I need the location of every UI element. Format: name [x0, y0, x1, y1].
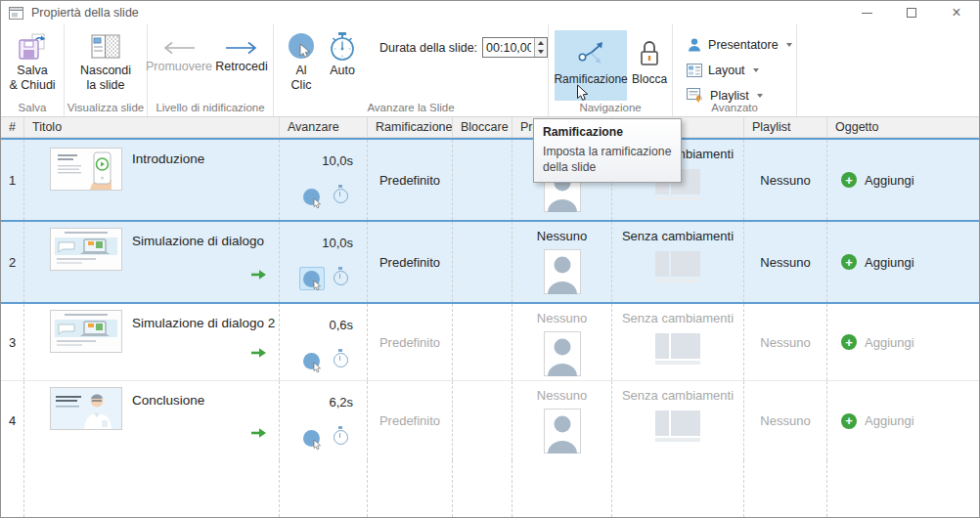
table-row[interactable]: 3 Simulazione di dialogo 2 0,6s Predefin… [1, 304, 979, 381]
ribbon-group-view: Nascondi la slide Visualizza slide [65, 24, 148, 116]
advance-mode-icons [280, 185, 367, 208]
slide-duration-field: Durata della slide: [379, 37, 548, 58]
spin-down-button[interactable] [535, 48, 547, 58]
save-close-button[interactable]: Salva & Chiudi [9, 30, 55, 93]
advance-time: 10,0s [322, 236, 353, 250]
save-close-label-2: & Chiudi [9, 78, 55, 93]
layout-value: Senza cambiamenti [622, 311, 734, 325]
layout-placeholder-icon[interactable] [655, 251, 700, 282]
slide-thumbnail[interactable] [50, 387, 122, 430]
avatar-placeholder-icon[interactable] [544, 331, 581, 376]
tooltip-body: Imposta la ramificazione della slide [543, 145, 672, 176]
click-advance-icon [303, 189, 320, 205]
add-object-label[interactable]: Aggiungi [865, 413, 914, 428]
timer-advance-icon[interactable] [334, 353, 348, 367]
slide-thumbnail[interactable] [50, 310, 122, 353]
slide-duration-input[interactable] [483, 38, 534, 57]
branch-arrow-icon [250, 427, 267, 439]
branching-button[interactable]: Ramificazione [555, 30, 627, 101]
avatar-placeholder-icon[interactable] [544, 249, 581, 294]
playlist-cell: Nessuno [744, 381, 827, 460]
table-row[interactable]: 2 Simulazione di dialogo 10,0s Predefini… [1, 222, 979, 304]
row-number: 3 [1, 304, 24, 380]
on-click-button[interactable]: Al Clic [284, 30, 319, 93]
hide-slide-icon [91, 30, 120, 64]
demote-arrow-icon [225, 36, 258, 60]
timer-advance-icon[interactable] [334, 271, 348, 285]
save-close-icon [18, 30, 47, 64]
auto-label: Auto [330, 64, 355, 78]
add-object-label[interactable]: Aggiungi [865, 255, 914, 270]
presenter-icon [687, 37, 702, 53]
presenter-label: Presentatore [708, 38, 779, 52]
timer-advance-icon[interactable] [334, 189, 348, 203]
lock-button[interactable]: Blocca [627, 30, 672, 101]
title-cell: Simulazione di dialogo [24, 222, 280, 302]
lock-cell[interactable] [453, 381, 512, 460]
presenter-cell: Nessuno [512, 304, 612, 380]
add-plus-icon[interactable]: + [841, 254, 857, 270]
slide-thumbnail[interactable] [50, 148, 122, 191]
timer-advance-icon[interactable] [334, 430, 348, 445]
demote-button[interactable]: Retrocedi [210, 30, 273, 73]
title-cell: Simulazione di dialogo 2 [24, 304, 280, 380]
dropdown-caret-icon [786, 43, 792, 47]
layout-dropdown[interactable]: Layout [687, 61, 759, 80]
add-object-label[interactable]: Aggiungi [865, 173, 914, 188]
lock-cell[interactable] [453, 140, 512, 220]
object-cell: + Aggiungi [827, 222, 979, 302]
column-header-advance: Avanzare [280, 117, 368, 137]
ribbon-group-save: Salva & Chiudi Salva [1, 24, 65, 116]
column-header-playlist: Playlist [744, 117, 827, 137]
object-cell: + Aggiungi [827, 304, 979, 380]
presenter-value: Nessuno [537, 388, 587, 403]
presenter-dropdown[interactable]: Presentatore [687, 35, 792, 55]
add-plus-icon[interactable]: + [841, 413, 857, 429]
add-plus-icon[interactable]: + [841, 334, 857, 350]
branching-cell[interactable]: Predefinito [368, 140, 453, 220]
table-row[interactable]: 4 Conclusione 6,2s Predefinito Nessuno S… [1, 381, 979, 460]
on-click-label-2: Clic [291, 78, 312, 93]
column-header-branching: Ramificazione [368, 117, 453, 137]
table-row[interactable]: 1 Introduzione 10,0s Predefinito Nessuno… [1, 138, 979, 222]
avatar-placeholder-icon[interactable] [544, 409, 581, 453]
layout-value: Senza cambiamenti [622, 388, 734, 403]
layout-cell: Senza cambiamenti [612, 381, 744, 460]
on-click-toggle[interactable] [299, 349, 325, 372]
slide-thumbnail[interactable] [50, 228, 122, 271]
hide-slide-label-1: Nascondi [80, 64, 131, 78]
on-click-icon [288, 30, 316, 64]
slide-duration-spinbox [482, 37, 548, 58]
layout-placeholder-icon[interactable] [655, 333, 700, 365]
promote-button[interactable]: Promuovere [148, 30, 210, 73]
spin-down-icon [538, 50, 544, 54]
spin-up-icon [538, 41, 544, 45]
lock-cell[interactable] [453, 304, 512, 380]
add-object-label[interactable]: Aggiungi [865, 335, 914, 350]
presenter-value: Nessuno [537, 229, 587, 243]
on-click-toggle[interactable] [299, 426, 325, 450]
window-title: Propiertà della slide [31, 6, 139, 20]
on-click-toggle[interactable] [299, 185, 325, 208]
branching-cell[interactable]: Predefinito [368, 222, 453, 302]
auto-advance-button[interactable]: Auto [325, 30, 360, 78]
hide-slide-button[interactable]: Nascondi la slide [80, 30, 131, 93]
layout-placeholder-icon[interactable] [655, 410, 700, 442]
title-cell: Conclusione [24, 381, 280, 460]
dropdown-caret-icon [753, 68, 759, 72]
minimize-button[interactable] [844, 1, 889, 24]
advance-cell: 10,0s [280, 222, 368, 302]
close-button[interactable]: × [934, 1, 979, 24]
lock-cell[interactable] [453, 222, 512, 302]
mouse-cursor-icon [576, 84, 590, 104]
spin-up-button[interactable] [535, 38, 547, 48]
branching-cell[interactable]: Predefinito [368, 381, 453, 460]
slide-duration-spin-buttons [534, 38, 547, 57]
advance-mode-icons [280, 349, 367, 372]
row-number: 2 [1, 222, 24, 302]
promote-label: Promuovere [146, 60, 212, 73]
add-plus-icon[interactable]: + [841, 172, 857, 188]
branching-cell[interactable]: Predefinito [368, 304, 453, 380]
on-click-toggle[interactable] [299, 267, 325, 290]
maximize-button[interactable] [889, 1, 934, 24]
